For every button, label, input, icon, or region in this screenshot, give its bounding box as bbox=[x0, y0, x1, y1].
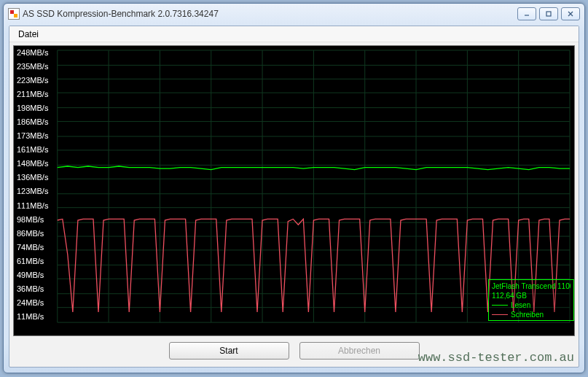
abort-button: Abbrechen bbox=[299, 342, 420, 359]
app-window: AS SSD Kompression-Benchmark 2.0.7316.34… bbox=[3, 3, 585, 373]
close-button[interactable] bbox=[561, 7, 580, 20]
maximize-button[interactable] bbox=[539, 7, 558, 20]
minimize-button[interactable] bbox=[517, 7, 536, 20]
legend: JetFlash Transcend 1100 112,64 GB Lesen … bbox=[488, 279, 574, 321]
start-button[interactable]: Start bbox=[169, 342, 289, 359]
button-bar: Start Abbrechen bbox=[9, 339, 579, 362]
menu-bar: Datei bbox=[9, 26, 579, 42]
window-title: AS SSD Kompression-Benchmark 2.0.7316.34… bbox=[23, 9, 517, 19]
legend-device: JetFlash Transcend 1100 bbox=[492, 282, 571, 290]
menu-file[interactable]: Datei bbox=[12, 26, 44, 42]
client-area: Datei 248MB/s235MB/s223MB/s211MB/s198MB/… bbox=[9, 26, 579, 368]
legend-read-swatch bbox=[492, 305, 508, 306]
legend-write-label: Schreiben bbox=[511, 311, 544, 319]
chart: 248MB/s235MB/s223MB/s211MB/s198MB/s186MB… bbox=[13, 45, 575, 336]
window-controls bbox=[517, 7, 580, 20]
legend-read: Lesen bbox=[492, 301, 571, 309]
legend-capacity: 112,64 GB bbox=[492, 292, 571, 300]
legend-read-label: Lesen bbox=[511, 301, 530, 309]
app-icon bbox=[8, 8, 20, 20]
legend-write-swatch bbox=[492, 314, 508, 315]
legend-write: Schreiben bbox=[492, 311, 571, 319]
titlebar: AS SSD Kompression-Benchmark 2.0.7316.34… bbox=[4, 4, 584, 24]
svg-rect-1 bbox=[546, 12, 551, 16]
